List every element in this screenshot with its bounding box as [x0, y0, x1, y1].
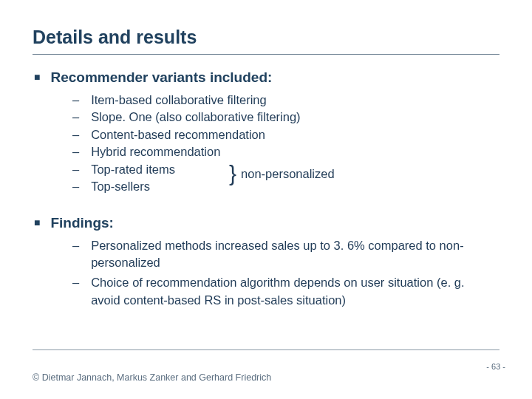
dash-icon: –	[72, 237, 79, 272]
dash-icon: –	[72, 126, 79, 143]
list-item: –Slope. One (also collaborative filterin…	[72, 109, 499, 126]
findings-list: –Personalized methods increased sales up…	[72, 237, 499, 310]
list-item: –Item-based collaborative filtering	[72, 92, 499, 109]
slide-title: Details and results	[33, 27, 499, 48]
section-heading: Findings:	[50, 215, 113, 231]
section-heading: Recommender variants included:	[50, 69, 272, 86]
list-item: –Hybrid recommendation	[72, 143, 499, 160]
footer-rule	[33, 349, 499, 350]
list-item: –Content-based recommendation	[72, 126, 499, 143]
variants-list: –Item-based collaborative filtering –Slo…	[72, 92, 499, 196]
brace-icon: }	[229, 168, 236, 179]
brace-annotation: } non-personalized	[229, 167, 335, 181]
title-rule	[33, 54, 499, 55]
list-item-text: Hybrid recommendation	[91, 143, 220, 160]
list-item-text: Item-based collaborative filtering	[91, 92, 267, 109]
bullet-square-icon: ■	[34, 72, 40, 82]
dash-icon: –	[72, 92, 79, 109]
section-findings: ■ Findings: –Personalized methods increa…	[33, 215, 499, 310]
dash-icon: –	[72, 178, 79, 195]
dash-icon: –	[72, 143, 79, 160]
page-number: - 63 -	[486, 362, 505, 371]
list-item-text: Slope. One (also collaborative filtering…	[91, 109, 300, 126]
section-heading-row: ■ Recommender variants included:	[34, 69, 499, 86]
bullet-square-icon: ■	[34, 217, 40, 228]
list-item-text: Personalized methods increased sales up …	[91, 237, 486, 272]
slide: Details and results ■ Recommender varian…	[0, 0, 532, 399]
list-item-text: Top-rated items	[91, 161, 175, 178]
section-variants: ■ Recommender variants included: –Item-b…	[33, 69, 499, 196]
list-item: –Personalized methods increased sales up…	[72, 237, 486, 272]
dash-icon: –	[72, 274, 79, 309]
list-item: –Choice of recommendation algorithm depe…	[72, 274, 486, 309]
list-item-text: Top-sellers	[91, 178, 150, 195]
section-heading-row: ■ Findings:	[34, 215, 499, 231]
list-item-text: Choice of recommendation algorithm depen…	[91, 274, 486, 309]
copyright-text: © Dietmar Jannach, Markus Zanker and Ger…	[33, 372, 271, 383]
dash-icon: –	[72, 161, 79, 178]
dash-icon: –	[72, 109, 79, 126]
annotation-text: non-personalized	[241, 167, 335, 181]
list-item-text: Content-based recommendation	[91, 126, 265, 143]
